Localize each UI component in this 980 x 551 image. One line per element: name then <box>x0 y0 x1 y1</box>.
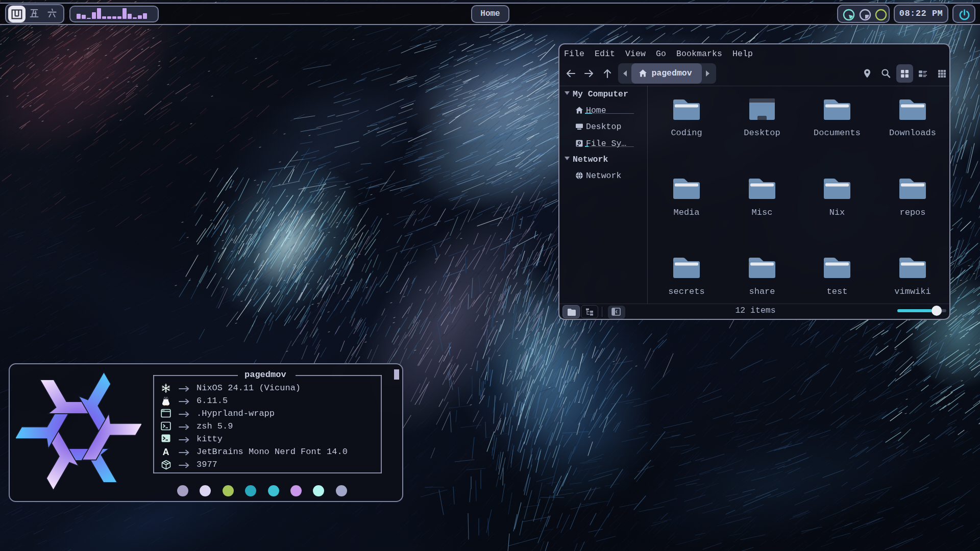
svg-text:A: A <box>163 447 169 457</box>
